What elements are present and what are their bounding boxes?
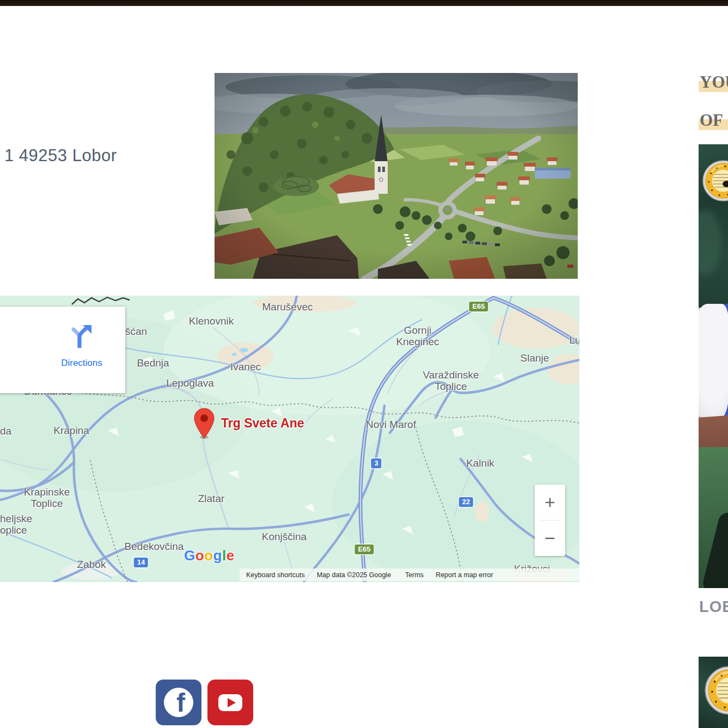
sidebar-post-image-2[interactable]	[699, 657, 728, 728]
sidebar-post-image-1[interactable]	[699, 144, 728, 588]
map-town-krapinske-line2: Toplice	[24, 498, 70, 510]
map-town-gornji-kneginec: Gornji Kneginec	[396, 325, 439, 347]
map-town-varazdinske-toplice: Varaždinske Toplice	[423, 370, 479, 392]
facebook-icon[interactable]: f	[156, 680, 201, 725]
address-text: 1 49253 Lobor	[4, 146, 117, 166]
report-map-error-link[interactable]: Report a map error	[436, 571, 493, 579]
map-marker-label: Trg Svete Ane	[221, 416, 304, 431]
map-town-kalnik: Kalnik	[466, 458, 494, 469]
map-town-gornji-kneginec-line2: Kneginec	[396, 337, 439, 348]
sidebar-heading-line1-text: YOU	[699, 72, 728, 93]
map-town-krapina: Krapina	[53, 425, 89, 437]
google-letter: G	[184, 547, 195, 564]
route-badge-3: 3	[371, 458, 381, 468]
map-town-lepoglava: Lepoglava	[166, 378, 214, 389]
youtube-icon[interactable]	[207, 680, 253, 725]
route-badge-e65-north: E65	[469, 302, 488, 311]
map-town-slanje: Slanje	[521, 353, 549, 364]
map-town-bednja: Bednja	[137, 358, 169, 369]
music-society-emblem-icon	[704, 665, 728, 715]
zoom-out-button[interactable]: −	[535, 521, 565, 555]
map-town-varazdinske-line1: Varaždinske	[423, 370, 479, 381]
google-logo[interactable]: Google	[184, 547, 235, 564]
map-town-zabok: Zabok	[77, 559, 106, 571]
google-letter: g	[213, 547, 222, 564]
google-letter: l	[222, 547, 227, 564]
sidebar-post-title[interactable]: LOB	[699, 598, 728, 616]
map-town-bedekovcina: Bedekovčina	[125, 541, 184, 553]
route-badge-14: 14	[134, 558, 148, 567]
sidebar-heading-line1: YOU	[699, 72, 728, 92]
map-data-text: Map data ©2025 Google	[317, 571, 391, 579]
post-image-1-blouse	[699, 304, 728, 419]
post-image-1-brown-band	[699, 415, 728, 451]
map-attribution-bar: Keyboard shortcuts Map data ©2025 Google…	[240, 568, 579, 581]
google-letter: e	[227, 547, 235, 564]
google-map[interactable]: Maruševec Klenovnik šćan Gornji Kneginec…	[0, 296, 579, 582]
directions-fork-arrow-icon[interactable]	[69, 323, 94, 348]
page: 1 49253 Lobor	[0, 0, 728, 728]
directions-link[interactable]: Directions	[54, 358, 109, 369]
map-town-ivanec: Ivanec	[230, 362, 261, 373]
google-letter: o	[195, 547, 204, 564]
map-town-novi-marof: Novi Marof	[366, 419, 416, 431]
map-town-da-partial: da	[0, 426, 11, 437]
map-town-varazdinske-line2: Toplice	[423, 381, 479, 393]
map-town-lu-partial: Lu	[569, 335, 579, 346]
aerial-photo-illustration	[215, 73, 578, 279]
map-town-krapinske-toplice: Krapinske Toplice	[24, 487, 70, 509]
keyboard-shortcuts-link[interactable]: Keyboard shortcuts	[246, 571, 305, 579]
aerial-photo	[215, 73, 578, 279]
google-letter: o	[204, 547, 213, 564]
map-town-tuheljske-partial: heljske oplice	[0, 513, 32, 536]
directions-card: Directions	[0, 307, 125, 393]
map-town-scan-partial: šćan	[125, 326, 147, 338]
terms-link[interactable]: Terms	[405, 571, 424, 579]
map-town-tuheljske-line1: heljske	[0, 513, 32, 525]
map-town-klenovnik: Klenovnik	[189, 316, 234, 327]
sidebar-heading-line2: OF	[699, 111, 728, 130]
top-bar	[0, 0, 728, 6]
map-marker-pin[interactable]	[193, 408, 215, 439]
svg-text:f: f	[176, 688, 186, 717]
sidebar-heading-line2-text: OF	[699, 111, 728, 131]
map-town-gornji-kneginec-line1: Gornji	[396, 325, 439, 337]
zoom-in-button[interactable]: +	[535, 485, 565, 519]
map-town-konjscina: Konjščina	[262, 531, 307, 543]
route-badge-22: 22	[459, 497, 473, 507]
map-town-marusevec: Maruševec	[262, 302, 313, 313]
map-town-tuheljske-line2: oplice	[0, 525, 32, 536]
map-zoom-control: + −	[535, 485, 565, 556]
route-badge-e65-south: E65	[354, 545, 374, 554]
music-society-emblem-icon	[702, 160, 728, 202]
map-town-zlatar: Zlatar	[198, 493, 225, 505]
map-town-krapinske-line1: Krapinske	[24, 487, 70, 498]
